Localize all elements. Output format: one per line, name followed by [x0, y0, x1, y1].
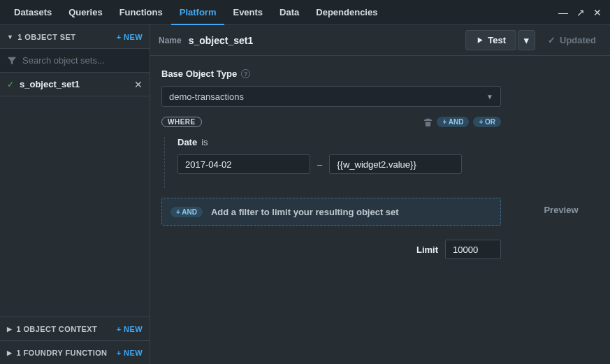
window-controls: — ↗ ✕ [555, 7, 604, 18]
chevron-down-icon: ▼ [7, 34, 13, 41]
tab-platform[interactable]: Platform [171, 0, 225, 25]
help-icon[interactable]: ? [241, 69, 250, 78]
sidebar-object-context-header[interactable]: ▶ 1 OBJECT CONTEXT + NEW [0, 316, 150, 340]
tab-data[interactable]: Data [271, 0, 307, 25]
add-filter-row[interactable]: + AND Add a filter to limit your resulti… [161, 198, 501, 226]
filter-to-input[interactable] [329, 154, 462, 174]
filter-field-row[interactable]: Date is [177, 137, 501, 147]
filter-op: is [201, 137, 208, 147]
add-and-pill[interactable]: + AND [437, 117, 469, 127]
chevron-down-icon: ▼ [486, 93, 493, 101]
close-icon[interactable]: ✕ [590, 7, 604, 18]
updated-label: Updated [560, 35, 596, 45]
test-button[interactable]: Test [465, 30, 516, 50]
expand-icon[interactable]: ↗ [574, 7, 588, 18]
name-value[interactable]: s_object_set1 [189, 35, 459, 46]
new-object-set-button[interactable]: + NEW [117, 33, 143, 41]
range-dash: – [317, 159, 322, 170]
foundry-function-label: 1 FOUNDRY FUNCTION [16, 349, 107, 357]
editor: Base Object Type ? demo-transactions ▼ W… [150, 56, 512, 364]
trash-icon[interactable] [423, 117, 433, 126]
check-icon: ✓ [548, 35, 555, 45]
chevron-right-icon: ▶ [7, 349, 12, 356]
object-set-label: 1 OBJECT SET [17, 33, 75, 41]
minimize-icon[interactable]: — [555, 7, 571, 18]
test-label: Test [488, 35, 506, 45]
object-context-label: 1 OBJECT CONTEXT [16, 325, 97, 333]
base-object-type-value: demo-transactions [169, 92, 486, 102]
main-toolbar: Name s_object_set1 Test ▾ ✓ Updated [150, 25, 610, 56]
tab-events[interactable]: Events [224, 0, 271, 25]
main: Name s_object_set1 Test ▾ ✓ Updated [150, 25, 610, 364]
filter-icon [7, 56, 17, 66]
test-dropdown-button[interactable]: ▾ [518, 30, 535, 50]
filter-field: Date [177, 137, 197, 147]
remove-object-set-icon[interactable]: ✕ [134, 79, 143, 90]
filter-from-input[interactable] [177, 154, 310, 174]
preview-label: Preview [544, 205, 578, 215]
add-filter-hint: Add a filter to limit your resulting obj… [211, 207, 399, 217]
search-row [0, 49, 150, 73]
chevron-right-icon: ▶ [7, 326, 12, 333]
updated-status: ✓ Updated [542, 35, 602, 45]
new-foundry-function-button[interactable]: + NEW [117, 349, 143, 357]
base-object-type-label: Base Object Type ? [161, 68, 501, 79]
add-and-pill[interactable]: + AND [170, 207, 203, 217]
limit-label: Limit [416, 245, 438, 255]
chevron-down-icon: ▾ [524, 35, 529, 45]
limit-input[interactable] [445, 240, 501, 259]
search-input[interactable] [22, 55, 143, 66]
name-label: Name [159, 36, 182, 45]
sidebar-foundry-function-header[interactable]: ▶ 1 FOUNDRY FUNCTION + NEW [0, 340, 150, 364]
tab-functions[interactable]: Functions [111, 0, 171, 25]
tabbar: Datasets Queries Functions Platform Even… [0, 0, 610, 25]
sidebar-object-set-header[interactable]: ▼ 1 OBJECT SET + NEW [0, 25, 150, 49]
base-object-type-select[interactable]: demo-transactions ▼ [161, 86, 501, 107]
check-icon: ✓ [7, 80, 14, 89]
tab-queries[interactable]: Queries [60, 0, 110, 25]
play-icon [476, 36, 484, 44]
add-or-pill[interactable]: + OR [473, 117, 501, 127]
preview-pane[interactable]: Preview [512, 56, 610, 364]
filter-block: Date is – [164, 137, 501, 188]
object-set-item[interactable]: ✓ s_object_set1 ✕ [0, 73, 150, 96]
object-set-name: s_object_set1 [20, 79, 129, 89]
where-pill: WHERE [161, 117, 202, 127]
tab-datasets[interactable]: Datasets [6, 0, 60, 25]
sidebar: ▼ 1 OBJECT SET + NEW ✓ s_object_set1 ✕ ▶… [0, 25, 150, 364]
tab-dependencies[interactable]: Dependencies [307, 0, 386, 25]
new-object-context-button[interactable]: + NEW [117, 325, 143, 333]
